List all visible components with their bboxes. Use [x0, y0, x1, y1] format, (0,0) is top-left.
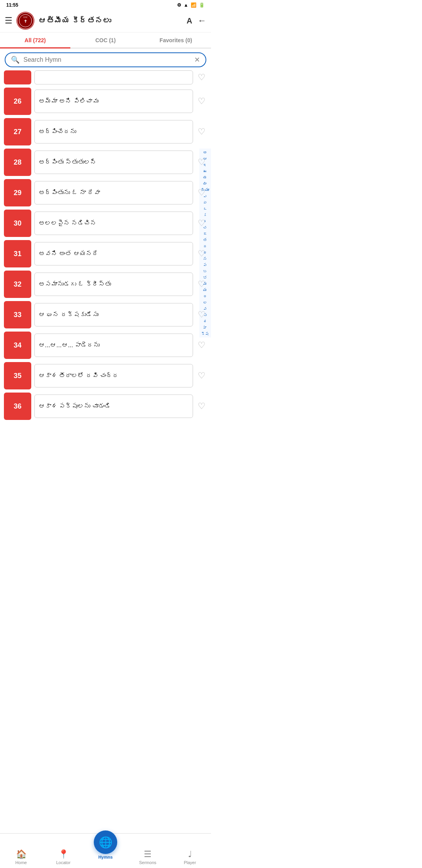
alpha-cha[interactable]: చ: [200, 224, 210, 230]
hymn-row: 33 ఆ ఘన రక్షకుడేసు ♡: [4, 301, 207, 328]
alpha-byu[interactable]: బ్యూ: [200, 187, 210, 193]
hymn-number-29: 29: [4, 179, 31, 206]
hymn-fav-36[interactable]: ♡: [196, 400, 207, 413]
hymn-number-32: 32: [4, 271, 31, 298]
tab-all[interactable]: All (722): [0, 32, 70, 48]
hymn-title-26[interactable]: అమ్మా అని పిలిచావు: [34, 90, 193, 113]
hymn-title-32[interactable]: అసమానుడగు ఓ క్రీస్తు: [34, 273, 193, 296]
alpha-va[interactable]: వ: [200, 306, 210, 312]
hymn-fav-27[interactable]: ♡: [196, 125, 207, 138]
alpha-a[interactable]: అ: [200, 149, 210, 155]
hymn-row: 32 అసమానుడగు ఓ క్రీస్తు ♡: [4, 271, 207, 298]
status-icons: ⚙ ▲ 📶 🔋: [177, 2, 205, 8]
hymn-row: 30 అలలపైన నడిచిన ♡: [4, 210, 207, 237]
hymn-num-partial: [4, 70, 31, 84]
hymn-number-36: 36: [4, 393, 31, 420]
app-title: ఆత్మీయ కీర్తనలు: [38, 16, 183, 25]
hymn-row: 34 ఆ...ఆ...ఆ... పాడెదను ♡: [4, 332, 207, 359]
hymn-number-30: 30: [4, 210, 31, 237]
alpha-ya[interactable]: య: [200, 287, 210, 293]
hymn-fav-34[interactable]: ♡: [196, 339, 207, 352]
alpha-ra[interactable]: ర: [200, 293, 210, 299]
alpha-i[interactable]: ఇ: [200, 162, 210, 168]
alpha-o[interactable]: ఒ: [200, 206, 210, 212]
alpha-ja[interactable]: జ: [200, 231, 210, 237]
hymn-list-container: అ ఆ ఇ ఈ ఉ ఊ బ్యూ ఎ ఏ ఒ క గ చ జ త ద ధ న ప…: [0, 70, 211, 454]
alpha-ee[interactable]: ఈ: [200, 168, 210, 174]
battery-icon: 🔋: [199, 2, 205, 8]
hymn-title-29[interactable]: అర్పింతును ఓ నా దేవా: [34, 181, 193, 204]
hymn-number-33: 33: [4, 301, 31, 328]
hymn-title-33[interactable]: ఆ ఘన రక్షకుడేసు: [34, 303, 193, 326]
alpha-aa[interactable]: ఆ: [200, 156, 210, 161]
alpha-ta[interactable]: త: [200, 237, 210, 243]
translate-button[interactable]: A: [187, 16, 192, 25]
menu-button[interactable]: ☰: [5, 16, 13, 26]
hymn-fav-partial[interactable]: ♡: [196, 71, 207, 84]
hymn-row: 35 ఆకాశ తీరాలలో రవి చంద్ర ♡: [4, 362, 207, 389]
hymn-title-30[interactable]: అలలపైన నడిచిన: [34, 212, 193, 235]
hymn-title-31[interactable]: అవని అంత ఆయనదే: [34, 242, 193, 265]
hymn-row: 31 అవని అంత ఆయనదే ♡: [4, 240, 207, 267]
alpha-ma[interactable]: మ: [200, 281, 210, 287]
hymn-title-34[interactable]: ఆ...ఆ...ఆ... పాడెదను: [34, 334, 193, 357]
app-bar: ☰ ✝ COC ఆత్మీయ కీర్తనలు A ←: [0, 9, 211, 32]
app-bar-actions: A ←: [187, 16, 206, 26]
wifi-icon: ▲: [184, 2, 188, 8]
hymn-title-partial[interactable]: [34, 70, 193, 84]
clear-search-button[interactable]: ✕: [194, 56, 200, 64]
hymn-number-34: 34: [4, 332, 31, 359]
app-logo: ✝ COC: [16, 12, 34, 30]
hymn-fav-26[interactable]: ♡: [196, 95, 207, 108]
alpha-ba[interactable]: బ: [200, 268, 210, 274]
hymn-fav-35[interactable]: ♡: [196, 369, 207, 382]
svg-text:COC: COC: [23, 16, 28, 18]
signal-icon: 📶: [191, 2, 197, 8]
settings-icon: ⚙: [177, 2, 181, 8]
hymn-number-28: 28: [4, 149, 31, 176]
hymn-row-partial: ♡: [4, 70, 207, 84]
svg-text:✝: ✝: [24, 19, 27, 23]
alpha-ha[interactable]: హ: [200, 325, 210, 330]
alpha-e[interactable]: ఎ: [200, 193, 210, 199]
search-bar: 🔍 ✕: [5, 52, 206, 67]
alpha-sa[interactable]: స: [200, 312, 210, 318]
tab-coc[interactable]: COC (1): [70, 32, 141, 48]
search-icon: 🔍: [11, 56, 20, 64]
hymn-row: 36 ఆకాశ పక్షులను చూడండి ♡: [4, 393, 207, 420]
alpha-la[interactable]: ల: [200, 299, 210, 305]
alpha-u[interactable]: ఉ: [200, 174, 210, 180]
hymn-row: 27 అర్పించేదను ♡: [4, 118, 207, 145]
hymn-row: 29 అర్పింతును ఓ నా దేవా ♡: [4, 179, 207, 206]
alpha-dha[interactable]: ధ: [200, 249, 210, 255]
alpha-na[interactable]: న: [200, 256, 210, 262]
alpha-ksha[interactable]: క్ష: [200, 331, 210, 337]
tabs: All (722) COC (1) Favorites (0): [0, 32, 211, 48]
alphabet-index: అ ఆ ఇ ఈ ఉ ఊ బ్యూ ఎ ఏ ఒ క గ చ జ త ద ధ న ప…: [199, 149, 211, 337]
alpha-pa[interactable]: ప: [200, 262, 210, 268]
hymn-number-35: 35: [4, 362, 31, 389]
alpha-ae[interactable]: ఏ: [200, 199, 210, 205]
alpha-da[interactable]: ద: [200, 243, 210, 249]
hymn-title-28[interactable]: అర్పింతు స్తుతులన్: [34, 151, 193, 174]
alpha-ka[interactable]: క: [200, 212, 210, 218]
status-time: 11:55: [6, 2, 18, 8]
hymn-row: 26 అమ్మా అని పిలిచావు ♡: [4, 88, 207, 115]
hymn-row: 28 అర్పింతు స్తుతులన్ ♡: [4, 149, 207, 176]
hymn-title-35[interactable]: ఆకాశ తీరాలలో రవి చంద్ర: [34, 364, 193, 387]
alpha-uu[interactable]: ఊ: [200, 181, 210, 187]
hymn-rows: 26 అమ్మా అని పిలిచావు ♡ 27 అర్పించేదను ♡…: [4, 88, 207, 420]
alpha-bha[interactable]: భ: [200, 274, 210, 280]
hymn-number-27: 27: [4, 118, 31, 145]
alpha-ga[interactable]: గ: [200, 218, 210, 224]
hymn-number-31: 31: [4, 240, 31, 267]
back-button[interactable]: ←: [198, 16, 206, 26]
hymn-list: ♡ 26 అమ్మా అని పిలిచావు ♡ 27 అర్పించేదను…: [0, 70, 211, 454]
tab-favorites[interactable]: Favorites (0): [141, 32, 211, 48]
search-input[interactable]: [23, 56, 194, 63]
hymn-title-36[interactable]: ఆకాశ పక్షులను చూడండి: [34, 395, 193, 418]
alpha-sha[interactable]: శ: [200, 318, 210, 324]
hymn-number-26: 26: [4, 88, 31, 115]
hymn-title-27[interactable]: అర్పించేదను: [34, 120, 193, 143]
status-bar: 11:55 ⚙ ▲ 📶 🔋: [0, 0, 211, 9]
